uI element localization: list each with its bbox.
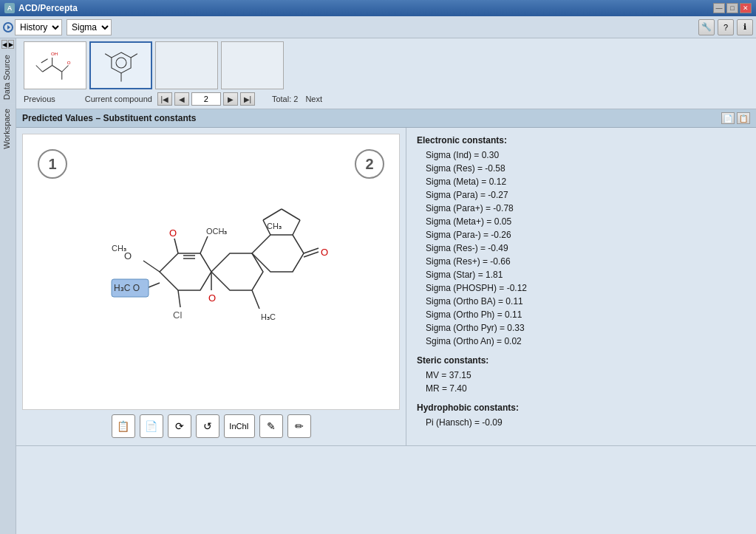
compound-thumb-2[interactable] — [89, 41, 152, 89]
molecule-region-label-1: 1 — [38, 149, 67, 179]
side-tabs: ◀ ▶ Data Source Workspace — [0, 38, 16, 534]
molecule-panel: 1 2 — [16, 128, 406, 445]
steric-constants-title: Steric constants: — [417, 355, 746, 366]
history-select[interactable]: History — [15, 19, 62, 35]
panel-icon-2[interactable]: 📋 — [737, 112, 750, 124]
prop-sigma-ortho-ph: Sigma (Ortho Ph) = 0.11 — [426, 308, 746, 321]
panel-icon-1[interactable]: 📄 — [721, 112, 735, 124]
prop-sigma-meta-plus: Sigma (Meta+) = 0.05 — [426, 215, 746, 228]
svg-line-19 — [143, 261, 160, 272]
compound-thumbnails: OH O — [24, 41, 749, 89]
toolbar: History Sigma 🔧 ? ℹ — [0, 16, 756, 38]
prop-pi-hansch: Pi (Hansch) = -0.09 — [426, 416, 746, 429]
nav-last-button[interactable]: ▶| — [240, 92, 255, 106]
prop-sigma-para-plus: Sigma (Para+) = -0.78 — [426, 202, 746, 215]
hydrophobic-constants-title: Hydrophobic constants: — [417, 403, 746, 413]
svg-line-12 — [131, 54, 137, 58]
svg-line-4 — [35, 66, 42, 72]
svg-line-17 — [174, 239, 178, 253]
prop-sigma-res-minus: Sigma (Res-) = -0.49 — [426, 242, 746, 255]
close-button[interactable]: ✕ — [740, 3, 752, 13]
panel-header: Predicted Values – Substituent constants… — [16, 109, 756, 128]
compound-thumb-empty-2[interactable] — [221, 41, 284, 89]
nav-next-button[interactable]: ▶ — [223, 92, 238, 106]
inchi-button[interactable]: InChI — [224, 414, 255, 438]
minimize-button[interactable]: — — [713, 3, 725, 13]
draw-button[interactable]: ✏ — [287, 414, 311, 438]
content-area: OH O — [16, 38, 756, 534]
side-tab-arrow-right[interactable]: ▶ — [8, 40, 14, 49]
copy-mol-button[interactable]: 📄 — [140, 414, 163, 438]
svg-line-27 — [282, 209, 300, 220]
app-title: ACD/Percepta — [18, 3, 78, 13]
side-tab-arrow-left[interactable]: ◀ — [1, 40, 7, 49]
prop-sigma-ortho-pyr: Sigma (Ortho Pyr) = 0.33 — [426, 321, 746, 335]
history-icon — [3, 22, 13, 32]
svg-text:H₃C: H₃C — [261, 312, 276, 321]
info-icon-button[interactable]: ℹ — [737, 19, 753, 35]
svg-line-6 — [41, 59, 47, 63]
prop-sigma-ortho-ba: Sigma (Ortho BA) = 0.11 — [426, 295, 746, 308]
svg-line-34 — [178, 290, 180, 307]
reset-button[interactable]: ↺ — [196, 414, 219, 438]
main-area: ◀ ▶ Data Source Workspace — [0, 38, 756, 534]
prop-sigma-ind: Sigma (Ind) = 0.30 — [426, 148, 746, 162]
svg-point-13 — [116, 58, 126, 68]
compound-thumb-1[interactable]: OH O — [24, 41, 86, 89]
settings-icon-button[interactable]: 🔧 — [698, 19, 715, 35]
toolbar-right: 🔧 ? ℹ — [698, 19, 753, 35]
title-bar: A ACD/Percepta — □ ✕ — [0, 0, 756, 16]
title-bar-controls: — □ ✕ — [713, 3, 752, 13]
prop-mv: MV = 37.15 — [426, 369, 746, 382]
previous-label: Previous — [24, 95, 55, 103]
svg-text:O: O — [321, 247, 328, 258]
current-label: Current compound — [85, 95, 152, 103]
prop-sigma-star: Sigma (Star) = 1.81 — [426, 268, 746, 281]
compound-strip: OH O — [16, 38, 756, 109]
svg-line-26 — [263, 209, 282, 220]
prop-sigma-res: Sigma (Res) = -0.58 — [426, 162, 746, 175]
thumb-molecule-2 — [95, 45, 147, 86]
nav-first-button[interactable]: |◀ — [157, 92, 172, 106]
prop-mr: MR = 7.40 — [426, 382, 746, 395]
svg-line-11 — [105, 54, 112, 58]
sigma-select[interactable]: Sigma — [67, 19, 112, 35]
svg-text:O: O — [67, 60, 70, 65]
svg-text:CH₃: CH₃ — [267, 222, 282, 230]
molecule-svg: O O CH₃ OCH₃ — [71, 168, 352, 375]
prop-sigma-meta: Sigma (Meta) = 0.12 — [426, 175, 746, 188]
current-compound-input[interactable] — [191, 92, 221, 106]
svg-text:O: O — [169, 227, 177, 239]
bottom-panel — [16, 445, 756, 534]
help-icon-button[interactable]: ? — [718, 19, 734, 35]
split-panel: 1 2 — [16, 128, 756, 445]
svg-text:OCH₃: OCH₃ — [206, 227, 227, 236]
side-tab-arrows: ◀ ▶ — [0, 38, 16, 50]
panel-title: Predicted Values – Substituent constants — [22, 113, 196, 123]
data-source-tab[interactable]: Data Source — [0, 50, 16, 104]
prop-sigma-res-plus: Sigma (Res+) = -0.66 — [426, 255, 746, 268]
prop-sigma-para: Sigma (Para) = -0.27 — [426, 188, 746, 202]
svg-line-1 — [52, 66, 61, 72]
nav-prev-button[interactable]: ◀ — [174, 92, 189, 106]
history-dropdown-wrap: History — [3, 19, 62, 35]
molecule-region-label-2: 2 — [355, 149, 384, 179]
svg-line-2 — [61, 66, 68, 72]
svg-line-22 — [200, 236, 208, 253]
svg-text:O: O — [208, 292, 216, 304]
svg-text:Cl: Cl — [173, 309, 182, 321]
prop-sigma-para-minus: Sigma (Para-) = -0.26 — [426, 228, 746, 242]
next-label: Next — [305, 95, 322, 103]
prop-sigma-ortho-an: Sgima (Ortho An) = 0.02 — [426, 335, 746, 348]
title-bar-left: A ACD/Percepta — [4, 3, 78, 13]
compound-thumb-empty-1[interactable] — [155, 41, 218, 89]
workspace-tab[interactable]: Workspace — [0, 104, 16, 154]
rotate-button[interactable]: ⟳ — [168, 414, 191, 438]
svg-line-36 — [252, 290, 259, 309]
edit-button[interactable]: ✎ — [259, 414, 283, 438]
copy-image-button[interactable]: 📋 — [112, 414, 135, 438]
molecule-toolbar: 📋 📄 ⟳ ↺ InChI ✎ ✏ — [22, 410, 400, 439]
svg-text:CH₃: CH₃ — [112, 244, 126, 253]
maximize-button[interactable]: □ — [726, 3, 738, 13]
svg-text:H₃C   O: H₃C O — [114, 283, 140, 293]
